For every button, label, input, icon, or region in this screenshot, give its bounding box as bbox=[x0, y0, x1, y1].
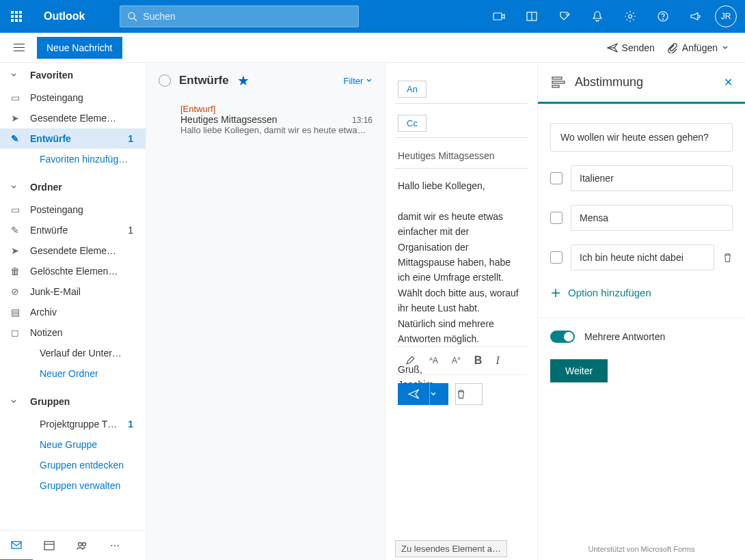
sidebar-item-drafts-2[interactable]: ✎Entwürfe1 bbox=[0, 220, 146, 240]
sidebar-item-manage-groups[interactable]: Gruppen verwalten bbox=[0, 475, 146, 496]
poll-option: Ich bin heute nicht dabei bbox=[550, 244, 733, 270]
send-icon bbox=[607, 42, 618, 53]
poll-option: Italiener bbox=[550, 165, 733, 191]
calendar-module[interactable] bbox=[33, 540, 66, 552]
poll-icon bbox=[550, 74, 567, 91]
subject-field[interactable]: Heutiges Mittagsessen bbox=[395, 143, 528, 169]
groups-header[interactable]: Gruppen bbox=[0, 389, 146, 414]
attach-button[interactable]: Anfügen bbox=[667, 42, 729, 53]
draft-badge: [Entwurf] bbox=[180, 104, 372, 114]
message-body[interactable]: Hallo liebe Kollegen, damit wir es heute… bbox=[395, 169, 528, 346]
app-name: Outlook bbox=[33, 10, 96, 23]
inbox-icon: ▭ bbox=[10, 204, 21, 215]
send-button[interactable]: Senden bbox=[607, 42, 655, 53]
to-button[interactable]: An bbox=[398, 81, 426, 98]
highlight-icon[interactable] bbox=[405, 355, 416, 366]
bold-icon[interactable]: B bbox=[474, 354, 483, 367]
send-label: Senden bbox=[622, 42, 655, 53]
help-icon[interactable] bbox=[647, 0, 679, 33]
sidebar-item-history[interactable]: Verlauf der Unter… bbox=[0, 343, 146, 363]
sidebar-item-new-folder[interactable]: Neuer Ordner bbox=[0, 363, 146, 384]
inbox-icon: ▭ bbox=[10, 92, 21, 103]
sidebar-item-inbox-2[interactable]: ▭Posteingang bbox=[0, 199, 146, 220]
close-icon[interactable]: ✕ bbox=[724, 76, 733, 89]
option-checkbox[interactable] bbox=[550, 251, 563, 264]
notifications-icon[interactable] bbox=[581, 0, 614, 33]
folders-header[interactable]: Ordner bbox=[0, 175, 146, 199]
groups-title: Gruppen bbox=[30, 396, 70, 407]
chevron-down-icon bbox=[722, 44, 729, 51]
svg-rect-16 bbox=[552, 85, 559, 87]
account-avatar[interactable]: JR bbox=[715, 5, 737, 27]
sidebar-item-discover-groups[interactable]: Gruppen entdecken bbox=[0, 455, 146, 475]
add-option-label: Option hinzufügen bbox=[568, 287, 651, 298]
sidebar-item-deleted[interactable]: 🗑Gelöschte Elemen… bbox=[0, 261, 146, 281]
poll-panel: Abstimmung ✕ Wo wollen wir heute essen g… bbox=[537, 63, 745, 560]
option-input[interactable]: Italiener bbox=[571, 165, 733, 191]
my-day-icon[interactable] bbox=[548, 0, 581, 33]
option-checkbox[interactable] bbox=[550, 172, 563, 184]
teams-call-icon[interactable] bbox=[483, 0, 515, 33]
sidebar-item-group[interactable]: Projektgruppe T…1 bbox=[0, 414, 146, 434]
sidebar-item-notes[interactable]: ◻Notizen bbox=[0, 322, 146, 343]
send-main-button[interactable] bbox=[398, 383, 429, 405]
meet-now-icon[interactable] bbox=[515, 0, 548, 33]
nav-toggle[interactable] bbox=[5, 34, 33, 61]
trash-icon: 🗑 bbox=[10, 266, 21, 277]
option-input[interactable]: Mensa bbox=[571, 205, 733, 231]
chevron-down-icon bbox=[10, 71, 18, 79]
new-message-button[interactable]: Neue Nachricht bbox=[37, 37, 122, 59]
search-box[interactable] bbox=[120, 5, 359, 27]
svg-point-5 bbox=[629, 15, 632, 18]
people-module[interactable] bbox=[66, 540, 98, 552]
attach-label: Anfügen bbox=[682, 42, 718, 53]
favorites-header[interactable]: Favoriten bbox=[0, 63, 146, 87]
sidebar-item-new-group[interactable]: Neue Gruppe bbox=[0, 434, 146, 455]
svg-point-0 bbox=[128, 12, 135, 18]
font-size-icon[interactable]: A° bbox=[452, 356, 461, 365]
multi-answer-label: Mehrere Antworten bbox=[584, 331, 665, 342]
message-subject: Heutiges Mittagsessen bbox=[180, 114, 277, 125]
next-button[interactable]: Weiter bbox=[550, 359, 608, 382]
module-rail: ⋯ bbox=[0, 530, 146, 560]
folder-title: Entwürfe bbox=[179, 74, 229, 87]
multi-answer-toggle[interactable] bbox=[550, 331, 575, 343]
sidebar-item-sent-2[interactable]: ➤Gesendete Eleme… bbox=[0, 240, 146, 261]
sidebar-item-add-favorite[interactable]: Favoriten hinzufüg… bbox=[0, 149, 146, 169]
cc-button[interactable]: Cc bbox=[398, 115, 426, 132]
sidebar-item-drafts[interactable]: ✎Entwürfe1 bbox=[0, 128, 146, 149]
sidebar-item-archive[interactable]: ▤Archiv bbox=[0, 302, 146, 322]
poll-question[interactable]: Wo wollen wir heute essen gehen? bbox=[550, 123, 733, 152]
italic-icon[interactable]: I bbox=[496, 354, 499, 367]
search-input[interactable] bbox=[143, 11, 351, 22]
mail-module[interactable] bbox=[0, 531, 33, 561]
junk-icon: ⊘ bbox=[10, 286, 21, 297]
select-all[interactable] bbox=[159, 74, 171, 87]
filter-button[interactable]: Filter bbox=[343, 76, 372, 86]
send-dropdown[interactable] bbox=[429, 383, 448, 405]
option-input[interactable]: Ich bin heute nicht dabei bbox=[571, 244, 714, 270]
megaphone-icon[interactable] bbox=[679, 0, 712, 33]
app-launcher[interactable] bbox=[0, 0, 33, 33]
svg-rect-15 bbox=[552, 81, 565, 83]
svg-rect-10 bbox=[44, 542, 54, 550]
sidebar-item-inbox[interactable]: ▭Posteingang bbox=[0, 87, 146, 108]
font-icon[interactable]: ᴬA bbox=[429, 356, 438, 365]
option-checkbox[interactable] bbox=[550, 212, 563, 224]
add-option-button[interactable]: Option hinzufügen bbox=[550, 287, 733, 298]
chevron-down-icon bbox=[10, 183, 18, 191]
svg-point-12 bbox=[79, 542, 82, 546]
reading-pane-footer[interactable]: Zu lesendes Element a… bbox=[395, 540, 507, 557]
discard-button[interactable] bbox=[455, 383, 483, 405]
folders-title: Ordner bbox=[30, 182, 62, 193]
settings-icon[interactable] bbox=[614, 0, 647, 33]
drafts-icon: ✎ bbox=[10, 225, 21, 236]
forms-footer: Unterstützt von Microsoft Forms bbox=[550, 538, 733, 560]
sidebar-item-junk[interactable]: ⊘Junk-E-Mail bbox=[0, 281, 146, 302]
message-item[interactable]: [Entwurf] Heutiges Mittagsessen 13:16 Ha… bbox=[146, 98, 385, 142]
more-module[interactable]: ⋯ bbox=[98, 540, 131, 551]
sidebar-item-sent[interactable]: ➤Gesendete Eleme… bbox=[0, 108, 146, 128]
delete-option-icon[interactable] bbox=[722, 253, 733, 263]
favorite-star-icon[interactable]: ★ bbox=[237, 72, 249, 89]
sidebar: Favoriten ▭Posteingang ➤Gesendete Eleme…… bbox=[0, 63, 146, 560]
